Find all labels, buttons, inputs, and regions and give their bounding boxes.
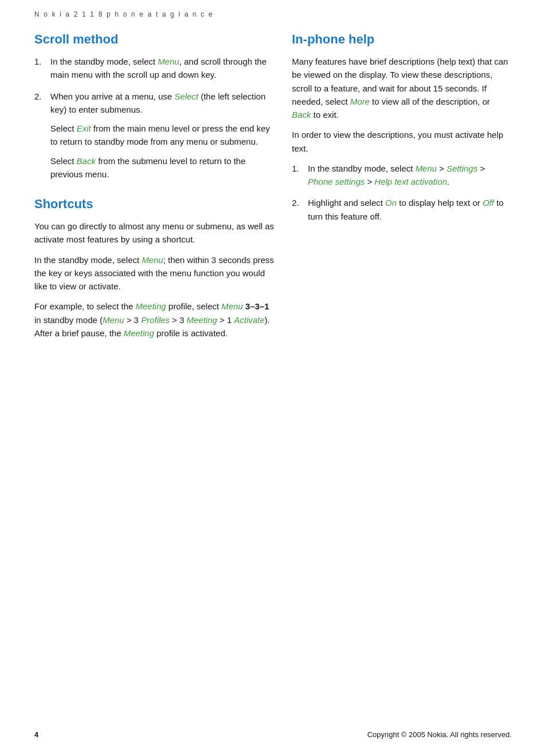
list-number: 2. (34, 90, 50, 181)
sub-item: Select Exit from the main menu level or … (50, 122, 275, 149)
settings-link: Settings (446, 164, 477, 173)
left-column: Scroll method 1. In the standby mode, se… (34, 30, 275, 347)
menu-link: Menu (142, 255, 164, 265)
on-link: On (385, 198, 397, 208)
sub-item: Select Back from the submenu level to re… (50, 154, 275, 181)
shortcuts-para-1: You can go directly to almost any menu o… (34, 220, 275, 246)
list-item-text: Highlight and select On to display help … (308, 196, 509, 223)
inphone-help-para-2: In order to view the descriptions, you m… (292, 128, 509, 155)
list-item: 2. When you arrive at a menu, use Select… (34, 90, 275, 181)
more-link: More (350, 97, 370, 106)
off-link: Off (482, 198, 494, 208)
scroll-method-title: Scroll method (34, 32, 275, 47)
page-number: 4 (34, 730, 38, 739)
exit-link: Exit (77, 124, 91, 133)
list-content: When you arrive at a menu, use Select (t… (50, 90, 275, 181)
menu-link: Menu (416, 164, 437, 173)
activate-link: Activate (234, 315, 264, 325)
list-content: Highlight and select On to display help … (308, 196, 509, 223)
shortcuts-para-2: In the standby mode, select Menu; then w… (34, 253, 275, 293)
inphone-help-para-1: Many features have brief descriptions (h… (292, 55, 509, 121)
shortcuts-title: Shortcuts (34, 197, 275, 212)
list-content: In the standby mode, select Menu > Setti… (308, 162, 509, 189)
menu-link: Menu (158, 57, 180, 66)
list-number: 1. (292, 162, 308, 189)
menu-link-3: Menu (102, 315, 124, 325)
scroll-method-list: 1. In the standby mode, select Menu, and… (34, 55, 275, 181)
shortcuts-para-3: For example, to select the Meeting profi… (34, 300, 275, 340)
select-link: Select (175, 91, 199, 101)
inphone-help-list: 1. In the standby mode, select Menu > Se… (292, 162, 509, 223)
back-link: Back (77, 156, 96, 166)
right-column: In-phone help Many features have brief d… (292, 30, 509, 347)
inphone-help-title: In-phone help (292, 32, 509, 47)
meeting-link-3: Meeting (124, 328, 154, 338)
list-content: In the standby mode, select Menu, and sc… (50, 55, 275, 82)
meeting-link: Meeting (136, 301, 166, 311)
list-item-text: In the standby mode, select Menu > Setti… (308, 162, 509, 189)
copyright-text: Copyright © 2005 Nokia. All rights reser… (367, 730, 512, 739)
sub-items: Select Exit from the main menu level or … (50, 122, 275, 181)
list-number: 2. (292, 196, 308, 223)
list-item: 1. In the standby mode, select Menu, and… (34, 55, 275, 82)
list-number: 1. (34, 55, 50, 82)
list-item-text: In the standby mode, select Menu, and sc… (50, 55, 275, 82)
page-footer: 4 Copyright © 2005 Nokia. All rights res… (0, 730, 546, 739)
profiles-link: Profiles (141, 315, 169, 325)
menu-link-2: Menu (221, 301, 243, 311)
page-header: N o k i a 2 1 1 8 p h o n e a t a g l a … (0, 0, 546, 18)
list-item-text: When you arrive at a menu, use Select (t… (50, 90, 275, 117)
meeting-link-2: Meeting (187, 315, 217, 325)
list-item: 2. Highlight and select On to display he… (292, 196, 509, 223)
list-item: 1. In the standby mode, select Menu > Se… (292, 162, 509, 189)
page-content: Scroll method 1. In the standby mode, se… (0, 18, 546, 381)
help-text-link: Help text activation (374, 177, 447, 186)
phone-settings-link: Phone settings (308, 177, 365, 186)
back-link-2: Back (292, 110, 311, 120)
